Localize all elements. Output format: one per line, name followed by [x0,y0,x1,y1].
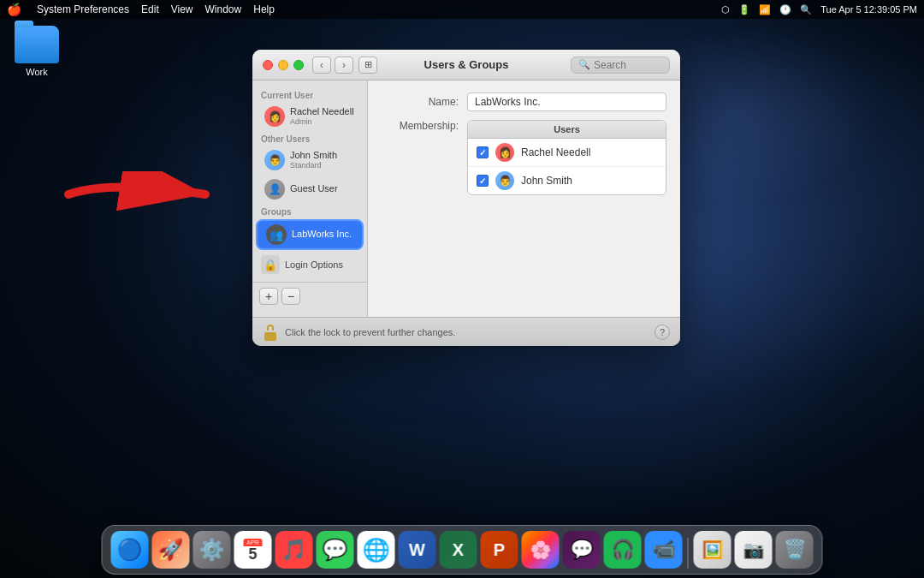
desktop-folder-work[interactable]: Work [7,26,67,77]
john-name-stack: John Smith Standard [290,150,337,170]
forward-button[interactable]: › [335,57,353,74]
dock-image-capture[interactable]: 📷 [735,531,773,569]
apple-menu[interactable]: 🍎 [7,3,21,16]
dock: 🔵 🚀 ⚙️ APR 5 🎵 💬 🌐 W X P 🌸 💬 🎧 📹 🖼️ 📷 🗑️ [102,525,823,575]
dock-calendar[interactable]: APR 5 [234,531,272,569]
sidebar-item-john[interactable]: 👨 John Smith Standard [256,146,364,174]
login-icon: 🔒 [261,255,280,274]
name-field[interactable] [467,92,666,111]
current-user-label: Current User [252,87,367,102]
menu-view[interactable]: View [171,3,193,15]
red-arrow-icon [60,171,231,218]
avatar-labworks: 👥 [266,224,287,245]
login-options-label: Login Options [285,259,343,270]
add-button[interactable]: + [259,288,278,305]
folder-label: Work [26,67,47,77]
menubar-datetime: Tue Apr 5 12:39:05 PM [820,4,917,15]
labworks-name-stack: LabWorks Inc. [292,229,352,240]
menubar-right: ⬡ 🔋 📶 🕐 🔍 Tue Apr 5 12:39:05 PM [721,4,917,15]
calendar-icon: APR 5 [243,539,262,562]
sidebar-item-login-options[interactable]: 🔒 Login Options [252,251,367,278]
dock-word[interactable]: W [399,531,436,569]
dock-finder[interactable]: 🔵 [111,531,149,569]
menu-edit[interactable]: Edit [141,3,159,15]
search-input[interactable] [594,59,662,71]
dock-messages[interactable]: 💬 [317,531,354,569]
member-rachel: 👩 Rachel Needell [468,139,666,167]
footer-bar: Click the lock to prevent further change… [252,317,680,346]
menubar-left: 🍎 System Preferences Edit View Window He… [7,3,275,16]
dock-launchpad[interactable]: 🚀 [152,531,190,569]
sidebar-item-labworks[interactable]: 👥 LabWorks Inc. [256,219,364,250]
membership-section: Users 👩 Rachel Needell 👨 [467,120,666,195]
menubar-dropbox-icon: ⬡ [721,4,730,15]
other-users-label: Other Users [252,131,367,146]
dock-chrome[interactable]: 🌐 [358,531,395,569]
menu-help[interactable]: Help [253,3,275,15]
groups-label: Groups [252,204,367,218]
dock-sysprefs[interactable]: ⚙️ [193,531,231,569]
remove-button[interactable]: − [281,288,300,305]
dock-slack[interactable]: 💬 [563,531,601,569]
maximize-button[interactable] [293,60,304,70]
sidebar-item-rachel[interactable]: 👩 Rachel Needell Admin [256,103,364,130]
search-box[interactable]: 🔍 [571,57,670,74]
membership-row: Membership: Users 👩 Rachel Needell [382,120,666,195]
folder-icon [15,26,59,63]
help-button[interactable]: ? [654,325,670,340]
dock-spotify[interactable]: 🎧 [604,531,642,569]
rachel-name: Rachel Needell [290,106,354,117]
guest-name-stack: Guest User [290,183,338,194]
labworks-name: LabWorks Inc. [292,229,352,240]
dialog-title: Users & Groups [424,58,509,71]
dock-music[interactable]: 🎵 [275,531,313,569]
minimize-button[interactable] [278,60,288,70]
titlebar: ‹ › ⊞ Users & Groups 🔍 [252,50,680,80]
member-john: 👨 John Smith [468,167,666,194]
dock-ppt[interactable]: P [481,531,518,569]
dock-excel[interactable]: X [440,531,477,569]
back-button[interactable]: ‹ [312,57,331,74]
app-name[interactable]: System Preferences [37,3,129,15]
grid-button[interactable]: ⊞ [358,57,377,74]
name-row: Name: [382,92,666,111]
guest-name: Guest User [290,183,338,194]
menubar-wifi-icon: 📶 [759,4,771,15]
dock-preview[interactable]: 🖼️ [694,531,732,569]
rachel-checkbox[interactable] [477,146,489,158]
main-content: Current User 👩 Rachel Needell Admin Othe… [252,80,680,317]
name-label: Name: [382,96,459,108]
rachel-name-stack: Rachel Needell Admin [290,106,354,127]
traffic-lights [263,60,304,70]
dock-trash[interactable]: 🗑️ [776,531,814,569]
lock-icon[interactable] [263,324,278,341]
menubar-search-icon[interactable]: 🔍 [800,4,812,15]
rachel-role: Admin [290,117,354,127]
rachel-member-name: Rachel Needell [521,146,590,158]
rachel-member-avatar: 👩 [495,143,514,162]
john-member-avatar: 👨 [495,171,514,190]
avatar-john: 👨 [264,150,285,170]
arrow-annotation [60,171,231,222]
menubar-time-icon: 🕐 [779,4,791,15]
sidebar-item-guest[interactable]: 👤 Guest User [256,176,364,203]
footer-text: Click the lock to prevent further change… [285,327,648,337]
avatar-rachel: 👩 [264,106,285,127]
sidebar-bottom: + − [252,282,367,310]
avatar-guest: 👤 [264,179,285,200]
sidebar: Current User 👩 Rachel Needell Admin Othe… [252,80,368,317]
close-button[interactable] [263,60,273,70]
john-role: Standard [290,161,337,170]
john-name: John Smith [290,150,337,161]
dock-separator [688,538,689,569]
john-checkbox[interactable] [477,175,489,187]
john-member-name: John Smith [521,175,572,187]
menu-window[interactable]: Window [205,3,242,15]
nav-buttons: ‹ › [312,57,353,74]
search-icon: 🔍 [578,59,590,70]
dock-zoom[interactable]: 📹 [645,531,683,569]
dock-photos[interactable]: 🌸 [522,531,560,569]
users-groups-dialog: ‹ › ⊞ Users & Groups 🔍 Current User 👩 [252,50,680,346]
menubar-battery-icon: 🔋 [738,4,750,15]
detail-panel: Name: Membership: Users 👩 Rachel Needell [368,80,680,317]
